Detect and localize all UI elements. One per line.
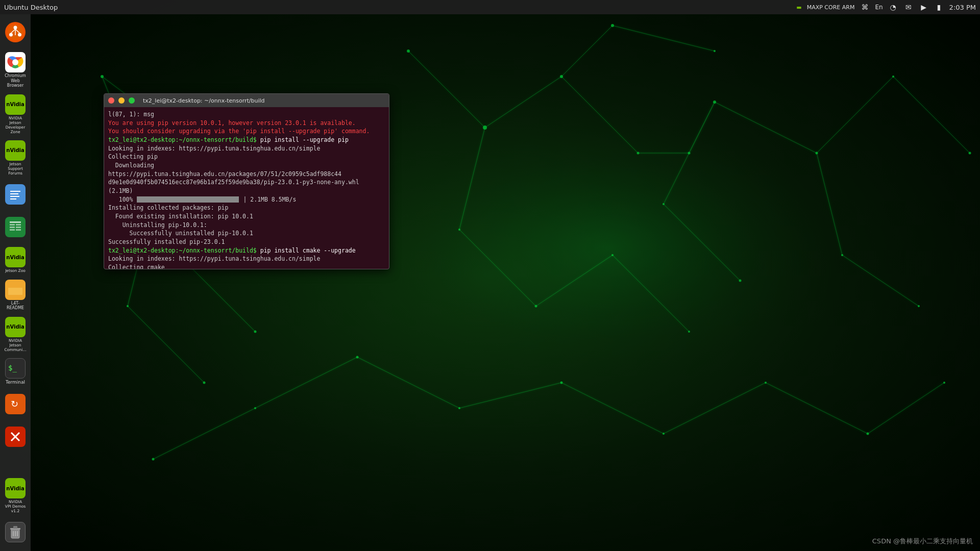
- taskbar: Ubuntu Desktop ▬ MAXP CORE ARM ⌘ En ◔ ✉ …: [0, 0, 980, 14]
- term-line-2: You are using pip version 10.0.1, howeve…: [108, 119, 385, 128]
- wifi-icon[interactable]: ⌘: [860, 2, 870, 12]
- nvidia-core-label: MAXP CORE ARM: [807, 4, 855, 11]
- terminal-label: Terminal: [6, 380, 25, 385]
- term-line-1: l(87, 1): msg: [108, 110, 385, 119]
- terminal-body[interactable]: l(87, 1): msg You are using pip version …: [104, 107, 389, 269]
- sidebar-item-trash[interactable]: [1, 517, 30, 548]
- term-line-11: Uninstalling pip-10.0.1:: [108, 221, 385, 230]
- terminal-title: tx2_lei@tx2-desktop: ~/onnx-tensorrt/bui…: [143, 97, 265, 104]
- chromium-label: ChromiumWeb Browser: [2, 73, 29, 88]
- desktop-background: [0, 0, 980, 551]
- term-line-15: Looking in indexes: https://pypi.tuna.ts…: [108, 255, 385, 263]
- svg-rect-84: [10, 198, 16, 199]
- jetson-zoo-label: Jetson Zoo: [5, 268, 26, 273]
- window-close-button[interactable]: [108, 97, 114, 104]
- term-line-6: Collecting pip: [108, 153, 385, 161]
- term-line-10: Found existing installation: pip 10.0.1: [108, 212, 385, 221]
- term-line-7: Downloading https://pypi.tuna.tsinghua.e…: [108, 161, 385, 178]
- vpi-demos-label: NVIDIAVPI Demosv1.2: [5, 499, 26, 513]
- svg-rect-92: [16, 229, 21, 231]
- term-line-8: d9e1e0d940f5b074516ecc87e96b1af25f59de9b…: [108, 178, 385, 195]
- jetson-dev-icon: nVidia: [5, 94, 26, 115]
- sidebar-item-ubuntu[interactable]: [1, 17, 30, 48]
- sidebar-item-jetson-dev[interactable]: nVidia NVIDIAJetsonDeveloperZone: [1, 92, 30, 136]
- svg-rect-89: [10, 227, 15, 228]
- term-line-12: Successfully uninstalled pip-10.0.1: [108, 229, 385, 238]
- sidebar-item-spreadsheet[interactable]: [1, 212, 30, 243]
- mail-icon[interactable]: ✉: [903, 2, 914, 12]
- language-indicator[interactable]: En: [875, 4, 883, 11]
- svg-text:$_: $_: [8, 364, 17, 372]
- chromium-icon: [5, 52, 26, 72]
- svg-rect-86: [10, 221, 21, 223]
- nvidia-commu-icon: nVidia: [5, 317, 26, 337]
- term-line-4: tx2_lei@tx2-desktop:~/onnx-tensorrt/buil…: [108, 136, 385, 144]
- term-line-16: Collecting cmake: [108, 263, 385, 269]
- taskbar-title: Ubuntu Desktop: [4, 4, 58, 11]
- svg-rect-102: [13, 526, 17, 529]
- term-line-9: Installing collected packages: pip: [108, 204, 385, 212]
- svg-rect-81: [10, 191, 20, 192]
- sidebar-dock: ChromiumWeb Browser nVidia NVIDIAJetsonD…: [0, 14, 31, 551]
- x-icon: [5, 427, 26, 447]
- window-maximize-button[interactable]: [129, 97, 135, 104]
- vpi-demos-icon: nVidia: [5, 478, 26, 498]
- taskbar-right: ▬ MAXP CORE ARM ⌘ En ◔ ✉ ▶ ▮ 2:03 PM: [796, 2, 976, 12]
- term-progress-1: 100% | 2.1MB 8.5MB/s: [108, 195, 385, 204]
- nvidia-tray-label: ▬: [796, 4, 801, 11]
- system-clock: 2:03 PM: [949, 4, 976, 11]
- terminal-icon: $_: [5, 358, 26, 379]
- terminal-window[interactable]: tx2_lei@tx2-desktop: ~/onnx-tensorrt/bui…: [104, 93, 389, 269]
- sidebar-item-jetson-zoo[interactable]: nVidia Jetson Zoo: [1, 245, 30, 276]
- updater-icon: ↻: [5, 394, 26, 414]
- term-line-13: Successfully installed pip-23.0.1: [108, 238, 385, 246]
- window-minimize-button[interactable]: [118, 97, 125, 104]
- svg-rect-90: [16, 227, 21, 228]
- svg-rect-87: [10, 224, 15, 226]
- term-line-5: Looking in indexes: https://pypi.tuna.ts…: [108, 144, 385, 153]
- jetson-zoo-icon: nVidia: [5, 247, 26, 267]
- sidebar-item-updater[interactable]: ↻: [1, 389, 30, 420]
- sidebar-item-chromium[interactable]: ChromiumWeb Browser: [1, 50, 30, 90]
- sidebar-item-terminal[interactable]: $_ Terminal: [1, 356, 30, 387]
- bluetooth-icon[interactable]: ◔: [888, 2, 898, 12]
- battery-icon[interactable]: ▮: [934, 2, 944, 12]
- sidebar-item-vpi-demos[interactable]: nVidia NVIDIAVPI Demosv1.2: [1, 476, 30, 515]
- svg-rect-72: [0, 0, 980, 551]
- sidebar-item-nvidia-commu[interactable]: nVidia NVIDIAJetsonCommuni...: [1, 315, 30, 354]
- ubuntu-logo-icon: [5, 22, 26, 42]
- svg-text:↻: ↻: [11, 398, 18, 409]
- support-icon: nVidia: [5, 140, 26, 161]
- l4t-label: L4T-README: [7, 301, 24, 311]
- svg-point-76: [9, 33, 13, 37]
- svg-rect-82: [10, 193, 18, 194]
- svg-rect-91: [10, 229, 15, 231]
- volume-icon[interactable]: ▶: [919, 2, 929, 12]
- taskbar-left: Ubuntu Desktop: [4, 4, 58, 11]
- jetson-dev-label: NVIDIAJetsonDeveloperZone: [6, 116, 26, 134]
- sidebar-item-support[interactable]: nVidia JetsonSupportForums: [1, 138, 30, 178]
- spreadsheet-icon: [5, 217, 26, 237]
- nvidia-commu-label: NVIDIAJetsonCommuni...: [4, 338, 26, 352]
- sidebar-item-close-app[interactable]: [1, 422, 30, 453]
- l4t-folder-icon: [5, 280, 26, 300]
- sidebar-item-notes[interactable]: [1, 180, 30, 210]
- term-line-3: You should consider upgrading via the 'p…: [108, 127, 385, 136]
- svg-point-75: [18, 33, 21, 37]
- svg-point-79: [12, 59, 18, 65]
- terminal-titlebar: tx2_lei@tx2-desktop: ~/onnx-tensorrt/bui…: [104, 94, 389, 107]
- svg-point-74: [14, 26, 17, 30]
- trash-icon: [5, 522, 26, 542]
- svg-rect-88: [16, 224, 21, 226]
- sidebar-item-l4t[interactable]: L4T-README: [1, 278, 30, 313]
- desktop: Ubuntu Desktop ▬ MAXP CORE ARM ⌘ En ◔ ✉ …: [0, 0, 980, 551]
- support-label: JetsonSupportForums: [8, 162, 23, 176]
- notes-icon: [5, 184, 26, 205]
- term-line-14: tx2_lei@tx2-desktop:~/onnx-tensorrt/buil…: [108, 246, 385, 255]
- svg-rect-83: [10, 196, 19, 197]
- watermark-text: CSDN @鲁棒最小二乘支持向量机: [872, 537, 973, 546]
